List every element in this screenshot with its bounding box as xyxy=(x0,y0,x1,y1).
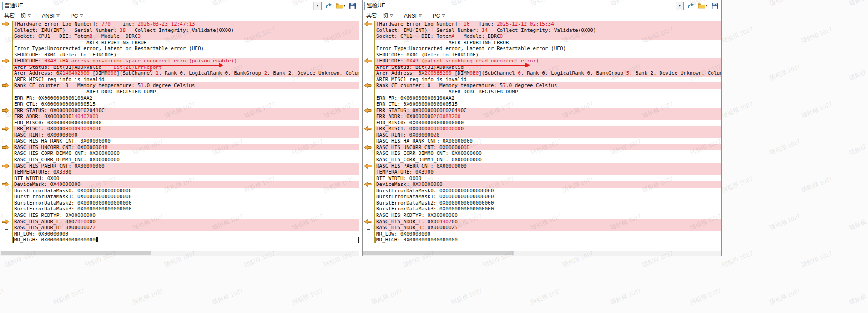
diff-arrow-marker[interactable] xyxy=(0,58,12,64)
diff-arrow-marker[interactable] xyxy=(363,21,374,27)
log-line[interactable]: RASC_HIS_RCDTYP: 0X00000000 xyxy=(0,212,359,219)
log-line[interactable]: RASC_HIS_CORR_DIMM1_CNT: 0X00000000 xyxy=(0,157,359,163)
diff-arrow-marker[interactable] xyxy=(363,144,374,151)
log-line[interactable]: ERR_CTL: 0X0000000000000515 xyxy=(363,101,721,108)
log-line[interactable]: MR_HIGH: 0X0000000000000000 xyxy=(363,237,721,243)
log-line[interactable]: RASC_HIS_ADDR_H: 0X00000022 xyxy=(0,225,359,231)
log-line[interactable]: ERR_MISC1: 0X0000000000000000 xyxy=(363,126,721,132)
log-line[interactable]: Collect: IMU(INT) Serial Number: 38 Coll… xyxy=(0,27,359,34)
diff-arrow-marker[interactable] xyxy=(363,108,374,114)
diff-arrow-marker[interactable] xyxy=(0,108,12,114)
log-line[interactable]: ERR_STATUS: 0X00000000F020480C xyxy=(0,108,359,114)
log-line[interactable]: BIT_WIDTH: 0X00 xyxy=(363,175,721,182)
diff-arrow-marker[interactable] xyxy=(0,82,12,89)
diff-arrow-marker[interactable] xyxy=(0,144,12,151)
save-icon[interactable] xyxy=(348,1,357,10)
log-line[interactable]: TEMPERATURE: 0X3300 xyxy=(0,169,359,175)
diff-arrow-marker[interactable] xyxy=(0,126,12,132)
log-line[interactable]: ----------------------- ARER DDRC REGIST… xyxy=(0,89,359,95)
log-line[interactable]: RASC_HIS_ADDR_L: 0X00440200 xyxy=(363,219,721,225)
log-line[interactable]: RASC_HIS_CORR_DIMM1_CNT: 0X00000000 xyxy=(363,157,721,163)
diff-arrow-marker[interactable] xyxy=(0,181,12,188)
log-line[interactable]: TEMPERATURE: 0X3900 xyxy=(363,169,721,175)
log-line[interactable]: Socket: CPU1 DIE: TotemB Module: DDRC3 xyxy=(0,33,359,40)
log-line[interactable]: BurstErrorDataMask3: 0X0000000000000000 xyxy=(363,206,721,212)
log-line[interactable]: ERR_CTL: 0X0000000000000515 xyxy=(0,101,359,108)
diff-arrow-marker[interactable] xyxy=(363,163,374,169)
log-line[interactable]: ERR_FR: 0X0000000000100AA2 xyxy=(0,95,359,102)
save-icon[interactable] xyxy=(710,1,719,10)
log-line[interactable]: ARER MISC1 reg info is invalid xyxy=(363,77,721,83)
log-line[interactable]: ERR_MISC0: 0X0000000000000000 xyxy=(0,120,359,126)
chevron-down-icon[interactable]: ▾ xyxy=(676,2,683,10)
log-line[interactable]: MR_HIGH: 0X0000000000000000 xyxy=(0,237,359,243)
log-line[interactable]: RASC_HIS_UNCORR_CNT: 0X0000000D xyxy=(363,144,721,151)
log-line[interactable]: Error Type:Uncorrected error, Latent or … xyxy=(363,46,721,52)
scrollbar-thumb[interactable] xyxy=(363,251,514,255)
diff-arrow-marker[interactable] xyxy=(0,21,12,27)
log-line[interactable]: Arer_Address: 0X2C0088200 [DIMM0E0](SubC… xyxy=(363,70,721,77)
diff-arrow-marker[interactable] xyxy=(363,181,374,188)
log-line[interactable]: Rank CE counter: 0 Memory temperature: 5… xyxy=(0,82,359,89)
log-line[interactable]: RASC_RINT: 0X00000020 xyxy=(363,132,721,139)
filter-dropdown[interactable]: 其它一切▽ xyxy=(4,12,31,20)
log-line[interactable]: Error Type:Uncorrected error, Latent or … xyxy=(0,46,359,52)
encoding-dropdown[interactable]: ANSI▽ xyxy=(404,13,422,19)
log-line[interactable]: RASC_HIS_RCDTYP: 0X00000000 xyxy=(363,212,721,219)
log-line[interactable]: Arer_Address: 0X140402000 [DIMM000](SubC… xyxy=(0,70,359,77)
log-line[interactable]: RASC_HIS_CORR_DIMM0_CNT: 0X00000000 xyxy=(363,150,721,157)
log-line[interactable]: RASC_HIS_HA_RANK_CNT: 0X00000000 xyxy=(0,138,359,144)
log-line[interactable]: MR_LOW: 0X00000000 xyxy=(363,231,721,237)
swap-arrow-icon[interactable] xyxy=(686,1,696,10)
log-line[interactable]: RASC_HIS_CORR_DIMM0_CNT: 0X00000000 xyxy=(0,150,359,157)
log-line[interactable]: [Hardware Error Log Number]: 16 Time: 20… xyxy=(363,21,721,27)
log-line[interactable]: BurstErrorDataMask2: 0X0000000000000000 xyxy=(0,200,359,206)
log-line[interactable]: RASC_HIS_PAERR_CNT: 0X00000000 xyxy=(0,163,359,169)
swap-arrow-icon[interactable] xyxy=(324,1,333,10)
log-line[interactable]: SERRCODE: 0X0C (Refer to IERRCODE) xyxy=(363,52,721,58)
log-line[interactable]: ERR_MISC1: 0X0000900090009080 xyxy=(0,126,359,132)
eol-dropdown[interactable]: PC▽ xyxy=(71,13,83,19)
log-line[interactable]: IERRCODE: 0X48 (HA access non-mirror spa… xyxy=(0,58,359,64)
diff-arrow-marker[interactable] xyxy=(363,219,374,225)
log-line[interactable]: RASC_HIS_ADDR_H: 0X00000025 xyxy=(363,225,721,231)
log-line[interactable]: ERR_FR: 0X0000000000100AA2 xyxy=(363,95,721,102)
log-line[interactable]: ----------------------- ARER DDRC REGIST… xyxy=(363,89,721,95)
log-line[interactable]: Socket: CPU1 DIE: TotemA Module: DDRC0 xyxy=(363,33,721,40)
file-path-combobox[interactable]: 普通UE ▾ xyxy=(2,2,322,10)
filter-dropdown[interactable]: 其它一切▽ xyxy=(366,12,393,20)
log-line[interactable]: BurstErrorDataMask1: 0X0000000000000000 xyxy=(0,194,359,200)
log-line[interactable]: BIT_WIDTH: 0X00 xyxy=(0,175,359,182)
diff-arrow-marker[interactable] xyxy=(363,82,374,89)
log-line[interactable]: RASC_HIS_PAERR_CNT: 0X000D0000 xyxy=(363,163,721,169)
horizontal-scrollbar[interactable] xyxy=(363,251,721,256)
log-line[interactable]: ERR_ADDR: 0X0000000140402000 xyxy=(0,113,359,120)
log-line[interactable]: RASC_HIS_HA_RANK_CNT: 0X00000000 xyxy=(363,138,721,144)
diff-arrow-marker[interactable] xyxy=(0,219,12,225)
log-line[interactable]: BurstErrorDataMask0: 0X0000000000000000 xyxy=(363,188,721,194)
log-line[interactable]: ERR_ADDR: 0X00000002C0088200 xyxy=(363,113,721,120)
log-line[interactable]: ERR_MISC0: 0X0000000000000000 xyxy=(363,120,721,126)
log-line[interactable]: IERRCODE: 0X49 (patrol scrubbing read un… xyxy=(363,58,721,64)
log-line[interactable]: BurstErrorDataMask2: 0X0000000000000000 xyxy=(363,200,721,206)
eol-dropdown[interactable]: PC▽ xyxy=(433,13,445,19)
log-line[interactable]: ----------------------- ARER REPORTING E… xyxy=(363,40,721,46)
chevron-down-icon[interactable]: ▾ xyxy=(313,2,321,10)
log-line[interactable]: ARER MISC1 reg info is invalid xyxy=(0,77,359,83)
open-folder-icon[interactable]: ▾ xyxy=(698,1,707,10)
log-line[interactable]: RASC_HIS_ADDR_L: 0X02010000 xyxy=(0,219,359,225)
log-line[interactable]: DeviceMask: 0X00000000 xyxy=(363,181,721,188)
log-line[interactable]: ERR_STATUS: 0X00000000E020490C xyxy=(363,108,721,114)
diff-arrow-marker[interactable] xyxy=(363,126,374,132)
horizontal-scrollbar[interactable] xyxy=(0,251,359,256)
log-line[interactable]: ----------------------- ARER REPORTING E… xyxy=(0,40,359,46)
log-line[interactable]: Rank CE counter: 0 Memory temperature: 5… xyxy=(363,82,721,89)
log-line[interactable]: SERRCODE: 0X0C (Refer to IERRCODE) xyxy=(0,52,359,58)
log-line[interactable]: BurstErrorDataMask3: 0X0000000000000000 xyxy=(0,206,359,212)
log-line[interactable]: RASC_HIS_UNCORR_CNT: 0X0000004B xyxy=(0,144,359,151)
log-line[interactable]: MR_LOW: 0X00000000 xyxy=(0,231,359,237)
log-line[interactable]: DeviceMask: 0X40000000 xyxy=(0,181,359,188)
scrollbar-thumb[interactable] xyxy=(1,251,151,255)
log-line[interactable]: Collect: IMU(INT) Serial Number: 14 Coll… xyxy=(363,27,721,34)
file-path-combobox[interactable]: 巡检UE ▾ xyxy=(364,2,684,10)
